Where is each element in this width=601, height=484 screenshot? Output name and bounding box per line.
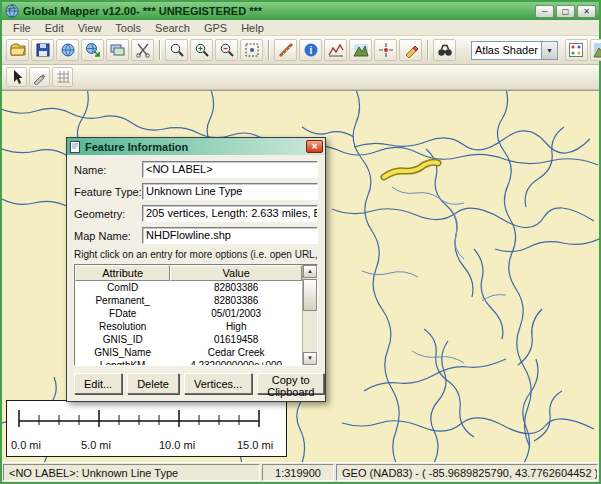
zoom-tool-icon [169, 42, 185, 58]
shader-dropdown[interactable]: Atlas Shader ▼ [471, 41, 558, 60]
toolbar-left-groups: i [5, 39, 457, 61]
menu-file[interactable]: File [6, 21, 38, 35]
dialog-buttons: Edit...DeleteVertices...Copy to Clipboar… [74, 373, 318, 394]
table-scrollbar[interactable]: ▲ ▼ [302, 265, 317, 365]
feature-information-dialog: Feature Information ✕ Name:<NO LABEL>Fea… [66, 137, 326, 402]
field-label-geometry: Geometry: [74, 208, 142, 220]
attribute-row[interactable]: GNIS_ID01619458 [75, 333, 302, 346]
snap-grid-icon [55, 69, 71, 85]
digitizer-button[interactable] [399, 39, 422, 61]
column-header-attribute[interactable]: Attribute [75, 265, 170, 281]
select-cursor-button[interactable] [6, 67, 27, 87]
minor-stream-lines [362, 187, 506, 363]
dialog-close-button[interactable]: ✕ [306, 140, 323, 153]
toolbar-right-groups [564, 39, 601, 61]
feature-info-icon: i [303, 42, 319, 58]
download-online-icon [85, 42, 101, 58]
scroll-down-icon[interactable]: ▼ [303, 352, 317, 365]
digitizer-toolbar [2, 65, 599, 90]
minimize-button[interactable]: ─ [535, 5, 554, 18]
status-bar: <NO LABEL>: Unknown Line Type 1:319900 G… [2, 462, 599, 482]
zoom-in-button[interactable] [190, 39, 213, 61]
dialog-titlebar[interactable]: Feature Information ✕ [67, 138, 325, 155]
column-header-value[interactable]: Value [170, 265, 302, 281]
path-profile-button[interactable] [324, 39, 347, 61]
scale-bar: 0.0 mi5.0 mi10.0 mi15.0 mi [6, 400, 287, 457]
menu-bar: FileEditViewToolsSearchGPSHelp [2, 20, 599, 36]
scroll-thumb[interactable] [303, 279, 317, 311]
svg-text:i: i [309, 45, 312, 56]
crop-button[interactable] [131, 39, 154, 61]
attribute-row[interactable]: Permanent_82803386 [75, 294, 302, 307]
dialog-page-icon [69, 141, 81, 153]
attribute-value: 4.2320000000e+000 [170, 359, 302, 365]
edit-feature-button[interactable] [29, 67, 50, 87]
control-center-icon [110, 42, 126, 58]
field-label-name: Name: [74, 164, 142, 176]
close-button[interactable]: ✕ [577, 5, 596, 18]
menu-gps[interactable]: GPS [197, 21, 234, 35]
attribute-table[interactable]: AttributeValue ComID82803386Permanent_82… [74, 264, 318, 366]
attribute-value: 05/01/2003 [170, 307, 302, 320]
feature-info-button[interactable]: i [299, 39, 322, 61]
scale-bar-ruler [7, 401, 286, 435]
terrain-shader-icon [593, 42, 601, 58]
control-center-button[interactable] [106, 39, 129, 61]
dialog-fields: Name:<NO LABEL>Feature Type:Unknown Line… [74, 161, 318, 244]
button-copy-to-clipboard[interactable]: Copy to Clipboard [257, 373, 324, 394]
attribute-row[interactable]: LengthKM4.2320000000e+000 [75, 359, 302, 365]
open-file-button[interactable] [6, 39, 29, 61]
menu-help[interactable]: Help [234, 21, 271, 35]
map-layout-button[interactable] [565, 39, 588, 61]
terrain-shader-button[interactable] [590, 39, 601, 61]
download-online-button[interactable] [81, 39, 104, 61]
menu-edit[interactable]: Edit [38, 21, 71, 35]
scale-label-2: 10.0 mi [159, 439, 195, 451]
zoom-out-icon [219, 42, 235, 58]
scroll-up-icon[interactable]: ▲ [303, 265, 317, 278]
field-label-map-name: Map Name: [74, 230, 142, 242]
maximize-button[interactable]: ▢ [556, 5, 575, 18]
chevron-down-icon[interactable]: ▼ [541, 42, 557, 59]
dialog-body: Name:<NO LABEL>Feature Type:Unknown Line… [67, 155, 325, 401]
gps-icon [378, 42, 394, 58]
attribute-value: 01619458 [170, 333, 302, 346]
search-button[interactable] [433, 39, 456, 61]
menu-tools[interactable]: Tools [108, 21, 148, 35]
snap-grid-button[interactable] [52, 67, 73, 87]
zoom-tool-button[interactable] [165, 39, 188, 61]
field-geometry: Geometry:205 vertices, Length: 2.633 mil… [74, 205, 318, 222]
save-button[interactable] [31, 39, 54, 61]
button-edit[interactable]: Edit... [74, 373, 122, 394]
measure-button[interactable] [274, 39, 297, 61]
attribute-row[interactable]: ResolutionHigh [75, 320, 302, 333]
window-title: Global Mapper v12.00- *** UNREGISTERED *… [23, 5, 531, 17]
map-layout-icon [568, 42, 584, 58]
view-3d-button[interactable] [349, 39, 372, 61]
full-extent-icon [244, 42, 260, 58]
map-viewport[interactable]: 0.0 mi5.0 mi10.0 mi15.0 mi Feature Infor… [2, 90, 599, 462]
main-toolbar: i Atlas Shader ▼ [2, 36, 599, 65]
toolbar-separator [159, 40, 160, 60]
open-datasets-button[interactable] [56, 39, 79, 61]
button-delete[interactable]: Delete [127, 373, 179, 394]
attribute-row[interactable]: FDate05/01/2003 [75, 307, 302, 320]
scale-label-3: 15.0 mi [237, 439, 273, 451]
menu-view[interactable]: View [71, 21, 109, 35]
caption-buttons: ─▢✕ [535, 5, 596, 18]
full-extent-button[interactable] [240, 39, 263, 61]
gps-button[interactable] [374, 39, 397, 61]
field-value-geometry: 205 vertices, Length: 2.633 miles, Bound… [142, 205, 318, 222]
global-mapper-window: Global Mapper v12.00- *** UNREGISTERED *… [0, 0, 601, 484]
field-value-map-name: NHDFlowline.shp [142, 227, 318, 244]
button-vertices[interactable]: Vertices... [184, 373, 252, 394]
attribute-row[interactable]: GNIS_NameCedar Creek [75, 346, 302, 359]
attribute-row[interactable]: ComID82803386 [75, 281, 302, 294]
zoom-out-button[interactable] [215, 39, 238, 61]
window-titlebar[interactable]: Global Mapper v12.00- *** UNREGISTERED *… [2, 2, 599, 20]
attribute-table-header: AttributeValue [75, 265, 302, 281]
menu-search[interactable]: Search [148, 21, 197, 35]
attribute-name: Resolution [75, 320, 170, 333]
digitizer-icon [403, 42, 419, 58]
path-profile-icon [328, 42, 344, 58]
